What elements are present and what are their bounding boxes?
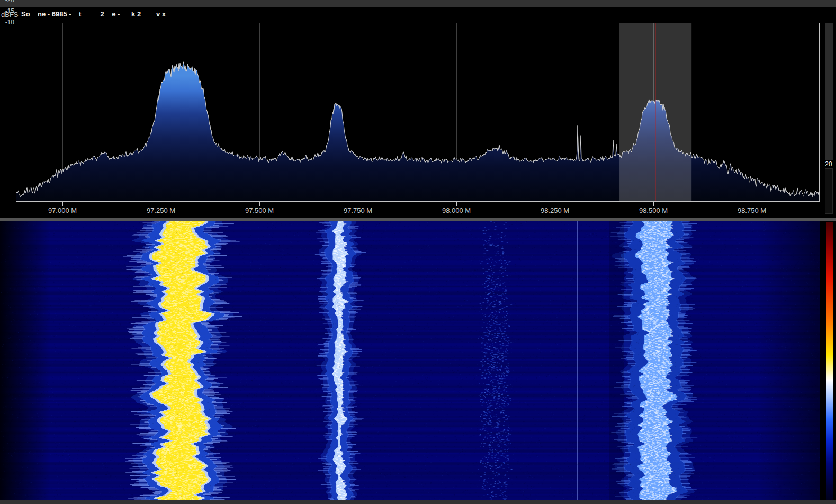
- freq-tick-label: 98.000 M: [442, 206, 471, 214]
- freq-tick-label: 97.500 M: [245, 206, 274, 214]
- zoom-slider-track-lower[interactable]: [825, 168, 833, 214]
- freq-tick-mark: [555, 202, 555, 206]
- zoom-slider-value: 20: [823, 160, 834, 168]
- freq-tick-label: 97.750 M: [344, 206, 372, 214]
- freq-tick-mark: [358, 202, 358, 206]
- window-bottom-strip: [0, 500, 836, 504]
- window-top-strip: [0, 0, 836, 7]
- db-tick-label: -20: [0, 0, 14, 4]
- freq-tick-mark: [752, 202, 752, 206]
- header-bar: dBFS So ne - 6985 - t 2 e - k 2 v x: [0, 7, 836, 22]
- freq-tick-label: 97.000 M: [48, 206, 77, 214]
- intensity-colorbar[interactable]: [826, 222, 833, 500]
- waterfall-display[interactable]: [0, 221, 820, 500]
- freq-tick-label: 98.750 M: [738, 206, 766, 214]
- freq-tick-label: 97.250 M: [147, 206, 175, 214]
- freq-tick-mark: [259, 202, 260, 206]
- db-tick-label: -15: [0, 7, 14, 15]
- frequency-axis[interactable]: 97.000 M97.250 M97.500 M97.750 M98.000 M…: [0, 202, 820, 218]
- spectrum-display[interactable]: [16, 23, 820, 202]
- freq-tick-mark: [161, 202, 161, 206]
- freq-tick-mark: [62, 202, 63, 206]
- freq-tick-label: 98.250 M: [541, 206, 569, 214]
- db-tick-label: -10: [0, 19, 14, 26]
- window-title-text: So ne - 6985 - t 2 e - k 2 v x: [21, 10, 166, 18]
- freq-tick-mark: [653, 202, 654, 206]
- freq-tick-mark: [456, 202, 457, 206]
- sdr-application-window: dBFS So ne - 6985 - t 2 e - k 2 v x -10-…: [0, 0, 836, 504]
- zoom-slider-track-upper[interactable]: [825, 23, 833, 160]
- freq-tick-label: 98.500 M: [639, 206, 668, 214]
- zoom-slider[interactable]: 20: [823, 23, 834, 215]
